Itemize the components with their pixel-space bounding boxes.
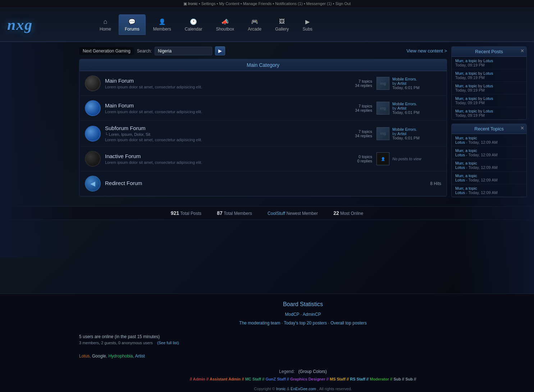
last-post-info-inactive: No posts to view — [392, 157, 421, 161]
forum-name-subforum[interactable]: Subforum Forum — [105, 125, 336, 131]
search-input[interactable] — [155, 47, 212, 55]
redirect-name[interactable]: Redirect Forum — [105, 180, 426, 186]
recent-topic-detail: Lotus - Today, 12:09 AM — [455, 190, 523, 195]
forum-stats-main1: 7 topics 34 replies — [340, 79, 372, 88]
most-online-label: Most Online — [340, 211, 363, 216]
recent-topics-widget: Recent Topics ✕ Murr, a topic Lotus - To… — [451, 124, 527, 197]
recent-post-topic-link[interactable]: Murr, a topic — [455, 96, 477, 101]
recent-topic-link[interactable]: Murr, a topic — [455, 174, 477, 178]
topbar-friends[interactable]: Manage Friends — [243, 1, 272, 6]
engxgee-link[interactable]: EnExGee.com — [291, 387, 316, 391]
top-today-link[interactable]: Today's top 20 posters — [284, 320, 327, 326]
forums-container: Main Category Main Forum Lorem ipsum dol… — [79, 59, 447, 197]
topbar-notifications[interactable]: Notifications (1) — [275, 1, 302, 6]
online-user-hydrophobia[interactable]: Hydrophobia — [108, 354, 133, 359]
recent-topic-detail: Lotus - Today, 12:09 AM — [455, 178, 523, 182]
recent-topic-author-link[interactable]: Lotus — [455, 165, 465, 170]
ironic-link[interactable]: Ironic — [276, 387, 286, 391]
last-post-title-main1[interactable]: Mobile Errors. — [392, 77, 420, 81]
view-new-content-link[interactable]: View new content > — [406, 48, 447, 54]
recent-posts-close[interactable]: ✕ — [520, 48, 524, 54]
forum-topics-inactive: 0 topics — [340, 155, 372, 159]
site-logo[interactable]: nxg — [7, 16, 86, 33]
recent-post-topic-link[interactable]: Murr, a topic — [455, 84, 477, 88]
topbar-user[interactable]: Ironic — [188, 1, 198, 6]
mod-team-link[interactable]: The moderating team — [239, 320, 280, 326]
recent-topic-author-link[interactable]: Lotus — [455, 140, 465, 144]
last-post-author-link-main1[interactable]: Artist — [397, 81, 406, 86]
last-post-info-subforum: Mobile Errors. by Artist Today, 6:01 PM — [392, 127, 420, 140]
forum-name-inactive[interactable]: Inactive Forum — [105, 153, 336, 159]
recent-post-time: Today, 09:19 PM — [455, 63, 523, 67]
stats-bar: 921 Total Posts 87 Total Members CoolStu… — [0, 206, 534, 220]
modcp-link[interactable]: ModCP — [285, 312, 300, 317]
no-posts-text: No posts to view — [392, 157, 421, 161]
last-post-title-main2[interactable]: Mobile Errors. — [392, 102, 420, 106]
online-user-google: Google — [92, 354, 106, 359]
forum-name-main2[interactable]: Main Forum — [105, 102, 336, 109]
nav-tab-forums[interactable]: 💬 Forums — [119, 14, 146, 35]
see-full-list-link[interactable]: (See full list) — [157, 341, 179, 345]
redirect-info: Redirect Forum — [105, 180, 426, 187]
recent-post-author-link[interactable]: Lotus — [483, 109, 493, 113]
legend: Legend: (Group Colors) — [79, 369, 527, 374]
nav-tab-calendar[interactable]: 🕐 Calendar — [179, 14, 209, 35]
nav-tab-arcade[interactable]: 🎮 Arcade — [242, 14, 268, 35]
recent-post-topic-link[interactable]: Murr, a topic — [455, 109, 477, 113]
recent-post-author-link[interactable]: Lotus — [483, 59, 493, 63]
nav-tab-gallery[interactable]: 🖼 Gallery — [269, 14, 295, 35]
last-post-author-link-subforum[interactable]: Artist — [397, 132, 406, 136]
recent-topic-link[interactable]: Murr, a topic — [455, 148, 477, 153]
recent-topic-link[interactable]: Murr, a topic — [455, 161, 477, 165]
nav-tab-shoutbox[interactable]: 📣 Shoutbox — [210, 14, 240, 35]
recent-topic-author-link[interactable]: Lotus — [455, 190, 465, 195]
online-user-artist[interactable]: Artist — [135, 354, 145, 359]
nav-tab-subs[interactable]: ▶ Subs — [296, 14, 319, 35]
board-stats-links2: The moderating team · Today's top 20 pos… — [79, 320, 527, 326]
forum-replies-subforum: 34 replies — [340, 134, 372, 138]
header: nxg ⌂ Home 💬 Forums 👤 Members 🕐 Calendar… — [0, 8, 534, 42]
nav-label-subs: Subs — [302, 27, 312, 32]
recent-post-item: Murr, a topic by Lotus Today, 09:19 PM — [452, 69, 526, 82]
topbar-signout[interactable]: Sign Out — [335, 1, 351, 6]
recent-topic-detail: Lotus - Today, 12:09 AM — [455, 140, 523, 144]
recent-topic-item: Murr, a topic Lotus - Today, 12:09 AM — [452, 172, 526, 184]
last-post-title-subforum[interactable]: Mobile Errors. — [392, 127, 420, 132]
newest-member-stat: CoolStuff Newest Member — [268, 211, 318, 216]
recent-post-author-link[interactable]: Lotus — [483, 71, 493, 75]
online-user-lotus[interactable]: Lotus — [79, 354, 90, 359]
topbar-mycontent[interactable]: My Content — [219, 1, 239, 6]
forum-icon-subforum — [85, 126, 101, 142]
recent-post-topic-link[interactable]: Murr, a topic — [455, 59, 477, 63]
copyright: Copyright © Ironic & EnExGee.com , All r… — [79, 387, 527, 391]
top-overall-link[interactable]: Overall top posters — [330, 320, 367, 326]
last-post-author-link-main2[interactable]: Artist — [397, 106, 406, 110]
main-content-wrapper: Next Generation Gaming Search: ▶ View ne… — [0, 42, 534, 201]
nav-tab-members[interactable]: 👤 Members — [147, 14, 177, 35]
recent-post-time: Today, 09:19 PM — [455, 75, 523, 80]
nav-tab-home[interactable]: ⌂ Home — [93, 14, 117, 35]
nav-label-arcade: Arcade — [248, 27, 261, 32]
search-button[interactable]: ▶ — [215, 46, 225, 55]
recent-topic-link[interactable]: Murr, a topic — [455, 136, 477, 140]
forum-stats-subforum: 7 topics 34 replies — [340, 129, 372, 138]
subs-icon: ▶ — [302, 18, 312, 26]
last-post-time-main1: Today, 6:01 PM — [392, 86, 420, 90]
recent-post-topic-link[interactable]: Murr, a topic — [455, 71, 477, 75]
recent-topic-time: Today, 12:09 AM — [469, 178, 498, 182]
recent-topic-author-link[interactable]: Lotus — [455, 153, 465, 157]
nav-label-members: Members — [153, 27, 171, 32]
recent-topics-close[interactable]: ✕ — [520, 125, 524, 131]
recent-post-author-link[interactable]: Lotus — [483, 96, 493, 101]
nav-label-gallery: Gallery — [275, 27, 289, 32]
topbar-messenger[interactable]: Messenger (1) — [306, 1, 332, 6]
recent-topic-author-link[interactable]: Lotus — [455, 178, 465, 182]
recent-post-author-link[interactable]: Lotus — [483, 84, 493, 88]
forum-row: Main Forum Lorem ipsum dolor sit amet, c… — [79, 96, 447, 121]
admincp-link[interactable]: AdminCP — [303, 312, 321, 317]
newest-member-link[interactable]: CoolStuff — [268, 211, 285, 216]
topbar-settings[interactable]: Settings — [201, 1, 216, 6]
recent-topic-link[interactable]: Murr, a topic — [455, 186, 477, 190]
forum-name-main1[interactable]: Main Forum — [105, 78, 336, 84]
search-label: Search: — [137, 49, 152, 54]
